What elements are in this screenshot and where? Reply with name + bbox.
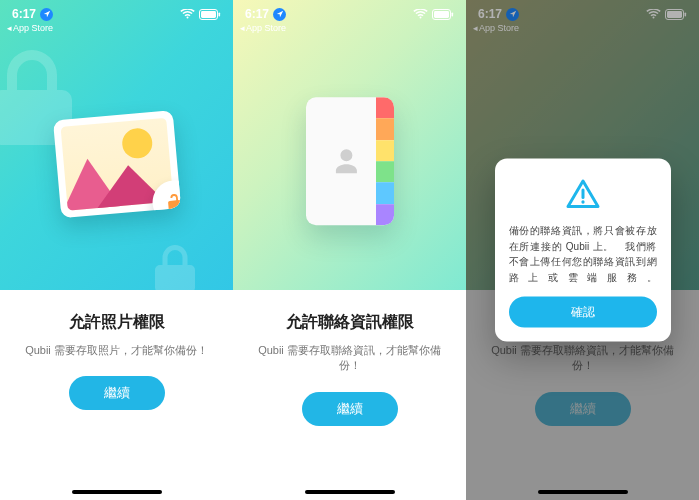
hero-gradient: 6:17 App Store [0, 0, 233, 290]
back-to-app-link[interactable]: App Store [7, 23, 53, 33]
page-title: 允許聯絡資訊權限 [249, 312, 450, 333]
continue-button[interactable]: 繼續 [302, 392, 398, 426]
svg-rect-4 [434, 11, 449, 18]
screen-contacts-permission-modal: 6:17 App Store 允許聯絡資訊權限 Qubii 需要存取聯絡資訊，才… [466, 0, 699, 500]
status-bar: 6:17 [233, 5, 466, 23]
svg-rect-1 [201, 11, 216, 18]
battery-icon [432, 9, 454, 20]
photo-card-illustration [57, 115, 177, 213]
svg-rect-5 [452, 12, 454, 16]
home-indicator[interactable] [72, 490, 162, 494]
screen-contacts-permission: 6:17 App Store [233, 0, 466, 500]
page-title: 允許照片權限 [16, 312, 217, 333]
modal-body-text: 備份的聯絡資訊，將只會被存放在所連接的 Qubii 上。 我們將不會上傳任何您的… [509, 223, 657, 285]
page-subtitle: Qubii 需要存取照片，才能幫你備份！ [16, 343, 217, 358]
screen-photo-permission: 6:17 App Store [0, 0, 233, 500]
panel: 允許聯絡資訊權限 Qubii 需要存取聯絡資訊，才能幫你備份！ 繼續 [233, 290, 466, 500]
location-services-icon [40, 8, 53, 21]
battery-icon [199, 9, 221, 20]
status-time: 6:17 [12, 7, 36, 21]
home-indicator[interactable] [305, 490, 395, 494]
info-modal: 備份的聯絡資訊，將只會被存放在所連接的 Qubii 上。 我們將不會上傳任何您的… [495, 159, 671, 342]
status-time: 6:17 [245, 7, 269, 21]
location-services-icon [273, 8, 286, 21]
person-icon [328, 143, 364, 179]
contacts-card-illustration [306, 97, 394, 225]
svg-point-10 [581, 200, 584, 203]
svg-rect-2 [219, 12, 221, 16]
confirm-button[interactable]: 確認 [509, 297, 657, 328]
hero-gradient: 6:17 App Store [233, 0, 466, 290]
panel: 允許照片權限 Qubii 需要存取照片，才能幫你備份！ 繼續 [0, 290, 233, 500]
back-to-app-link[interactable]: App Store [240, 23, 286, 33]
warning-triangle-icon [565, 177, 601, 213]
continue-button[interactable]: 繼續 [69, 376, 165, 410]
wifi-icon [413, 9, 428, 20]
status-bar: 6:17 [0, 5, 233, 23]
page-subtitle: Qubii 需要存取聯絡資訊，才能幫你備份！ [249, 343, 450, 374]
wifi-icon [180, 9, 195, 20]
